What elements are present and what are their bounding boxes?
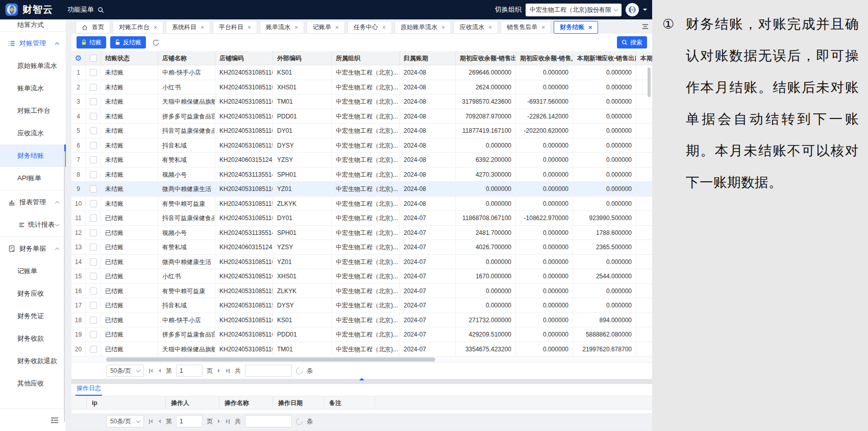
column-header[interactable]: 期初应收余额-销售出库 (456, 51, 516, 65)
tab-financial-closing[interactable]: 财务结账× (554, 21, 598, 34)
table-row[interactable]: 10 未结账 有赞中粮可益康 KH20240531085115... ZLKYK… (71, 197, 652, 211)
row-checkbox[interactable] (90, 200, 97, 207)
sidebar-item-bill-flow[interactable]: 账单流水 (0, 77, 66, 100)
column-header[interactable]: 店铺编码 (215, 51, 273, 65)
close-icon[interactable]: × (294, 25, 298, 31)
row-checkbox[interactable] (90, 98, 97, 105)
table-row[interactable]: 13 已结账 有赞私域 KH20240603151249... YZSY 中宏生… (71, 240, 652, 255)
sidebar-group-reconciliation[interactable]: 对账管理 (0, 32, 66, 55)
search-button[interactable]: 搜索 (617, 36, 647, 49)
column-header[interactable]: 外部编码 (273, 51, 332, 65)
row-checkbox[interactable] (90, 288, 97, 295)
sidebar-item-other-receivable[interactable]: 其他应收 (0, 372, 66, 395)
close-icon[interactable]: × (488, 25, 492, 31)
user-menu-caret-icon[interactable] (643, 9, 647, 13)
table-row[interactable]: 14 已结账 微商中粮健康生活 KH20240531085116... YZ01… (71, 255, 652, 270)
close-icon[interactable]: × (541, 25, 545, 31)
table-row[interactable]: 8 未结账 视频小号 KH20240531135514... SPH01 中宏生… (71, 167, 652, 182)
table-row[interactable]: 2 未结账 小红书 KH20240531085116... XHS01 中宏生物… (71, 80, 652, 95)
tab-sales-aftersale[interactable]: 销售售后单× (501, 21, 551, 34)
sidebar-item-receivable-flow[interactable]: 应收流水 (0, 122, 66, 145)
log-column-header[interactable]: 操作名称 (219, 396, 273, 410)
table-row[interactable]: 3 未结账 天猫中粮保健品旗舰店 KH20240531085116... TM0… (71, 94, 652, 109)
table-vertical-scrollbar[interactable] (648, 67, 651, 97)
row-checkbox[interactable] (90, 317, 97, 324)
sidebar-item-accounting-bill[interactable]: 记账单 (0, 260, 66, 282)
scrollbar-thumb[interactable] (106, 357, 435, 362)
tab-operation-log[interactable]: 操作日志 (76, 384, 102, 396)
close-icon[interactable]: × (588, 25, 592, 31)
table-row[interactable]: 15 已结账 小红书 KH20240531085116... XHS01 中宏生… (71, 269, 652, 284)
last-page-button[interactable] (225, 369, 231, 373)
column-header[interactable]: 归属账期 (400, 51, 456, 65)
last-page-button[interactable] (225, 419, 231, 424)
column-header[interactable]: 本期新增应收-销售入库 (636, 51, 652, 65)
prev-page-button[interactable] (158, 369, 162, 373)
tab-bill-flow[interactable]: 账单流水× (260, 21, 304, 34)
prev-page-button[interactable] (158, 419, 162, 423)
first-page-button[interactable] (148, 419, 154, 424)
close-icon[interactable]: × (247, 25, 251, 31)
column-header[interactable]: 本期新增应收-销售出库 (573, 51, 636, 65)
refresh-icon[interactable] (152, 39, 160, 46)
table-row[interactable]: 19 已结账 拼多多可益康食品官... KH20240531085116... … (71, 327, 652, 342)
tab-system-subjects[interactable]: 系统科目× (166, 21, 210, 34)
column-header[interactable]: 所属组织 (332, 51, 400, 65)
sidebar-item-financial-receivable[interactable]: 财务应收 (0, 282, 66, 305)
collapse-sidebar-icon[interactable] (51, 417, 59, 424)
table-row[interactable]: 1 未结账 中粮-快手小店 KH20240531085116... KS01 中… (71, 65, 652, 80)
row-checkbox[interactable] (90, 302, 97, 309)
sidebar-item-reconciliation-workbench[interactable]: 对账工作台 (0, 100, 66, 122)
page-number-input[interactable] (176, 365, 203, 377)
tab-receivable-flow[interactable]: 应收流水× (454, 21, 498, 34)
table-row[interactable]: 12 已结账 视频小号 KH20240531135514... SPH01 中宏… (71, 226, 652, 241)
function-menu-button[interactable]: 功能菜单 (67, 5, 104, 14)
tab-home[interactable]: 首页× (76, 21, 110, 34)
table-row[interactable]: 18 已结账 中粮-快手小店 KH20240531085116... KS01 … (71, 313, 652, 328)
sidebar-item-api-bill[interactable]: API账单 (0, 167, 66, 189)
total-count-input[interactable] (245, 415, 292, 427)
close-icon[interactable]: × (441, 25, 445, 31)
close-icon[interactable]: × (201, 25, 204, 31)
table-row[interactable]: 16 已结账 有赞中粮可益康 KH20240531085115... ZLKYK… (71, 284, 652, 299)
collapse-panel-triangle-icon[interactable] (359, 375, 364, 380)
next-page-button[interactable] (217, 419, 221, 423)
sidebar-group-reports[interactable]: 报表管理 (0, 191, 66, 213)
table-row[interactable]: 5 未结账 抖音可益康保健食品... KH20240531085116... D… (71, 124, 652, 138)
tab-reconciliation-workbench[interactable]: 对账工作台× (113, 21, 163, 34)
column-header[interactable]: 店铺名称 (158, 51, 215, 65)
tab-original-bill-flow[interactable]: 原始账单流水× (394, 21, 451, 34)
row-checkbox[interactable] (90, 185, 97, 193)
table-row[interactable]: 4 未结账 拼多多可益康食品官... KH20240531085116... P… (71, 109, 652, 124)
sidebar-scrollbar[interactable] (64, 151, 65, 422)
sidebar-group-statistic-reports[interactable]: 统计报表 (0, 213, 66, 236)
user-avatar[interactable] (626, 3, 639, 16)
log-column-header[interactable]: ip (87, 396, 166, 410)
page-number-input[interactable] (176, 415, 203, 427)
column-settings-gear-icon[interactable]: ⚙ (75, 54, 82, 62)
table-row[interactable]: 7 未结账 有赞私域 KH20240603151249... YZSY 中宏生物… (71, 153, 652, 167)
table-row[interactable]: 9 未结账 微商中粮健康生活 KH20240531085116... YZ01 … (71, 182, 652, 197)
row-checkbox[interactable] (90, 258, 97, 266)
close-icon[interactable]: × (154, 25, 157, 31)
row-checkbox[interactable] (90, 156, 97, 163)
reverse-settle-button[interactable]: 反结账 (110, 36, 146, 49)
row-checkbox[interactable] (90, 346, 97, 353)
table-horizontal-scrollbar[interactable] (71, 356, 652, 363)
log-column-header[interactable]: 操作人 (166, 396, 219, 410)
tab-platform-subjects[interactable]: 平台科目× (213, 21, 257, 34)
row-checkbox[interactable] (90, 171, 97, 178)
sidebar-item-original-bill-flow[interactable]: 原始账单流水 (0, 55, 66, 77)
row-checkbox[interactable] (90, 244, 97, 251)
row-checkbox[interactable] (90, 84, 97, 91)
panel-splitter[interactable] (71, 379, 652, 384)
table-row[interactable]: 17 已结账 抖音私域 KH20240531085115... DYSY 中宏生… (71, 298, 652, 313)
sidebar-item-settle-method[interactable]: 结算方式 (0, 19, 66, 31)
log-column-header[interactable]: 操作日期 (273, 396, 324, 410)
close-icon[interactable]: × (335, 25, 339, 31)
column-header[interactable]: 结账状态 (101, 51, 158, 65)
row-checkbox[interactable] (90, 273, 97, 280)
sidebar-group-financial-documents[interactable]: 财务单据 (0, 237, 66, 260)
row-checkbox[interactable] (90, 142, 97, 149)
table-row[interactable]: 11 已结账 抖音可益康保健食品... KH20240531085116... … (71, 211, 652, 226)
